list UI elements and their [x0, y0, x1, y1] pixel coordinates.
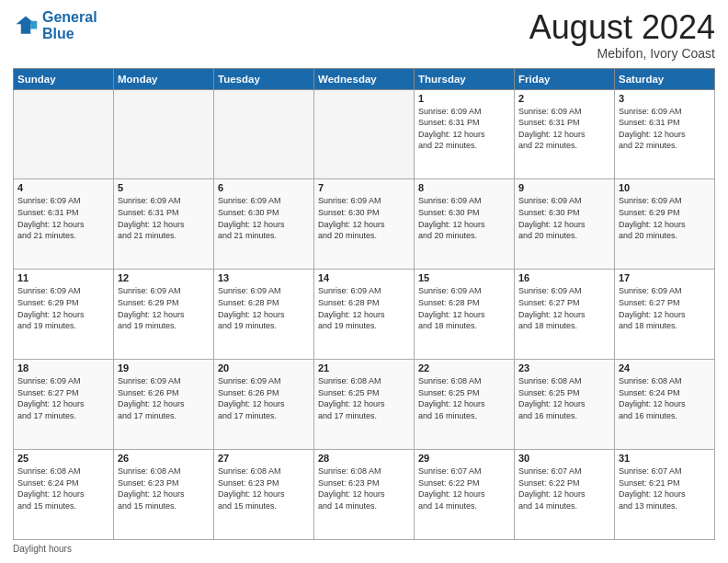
day-info: Sunrise: 6:09 AM Sunset: 6:31 PM Dayligh… — [518, 106, 610, 152]
calendar-cell: 28Sunrise: 6:08 AM Sunset: 6:23 PM Dayli… — [314, 450, 415, 540]
calendar-cell — [14, 89, 114, 179]
calendar-cell: 7Sunrise: 6:09 AM Sunset: 6:30 PM Daylig… — [314, 179, 415, 270]
day-info: Sunrise: 6:09 AM Sunset: 6:31 PM Dayligh… — [118, 195, 210, 241]
weekday-header-thursday: Thursday — [415, 68, 515, 89]
svg-marker-1 — [30, 20, 37, 29]
day-info: Sunrise: 6:09 AM Sunset: 6:29 PM Dayligh… — [118, 285, 210, 331]
day-info: Sunrise: 6:09 AM Sunset: 6:27 PM Dayligh… — [17, 375, 109, 421]
calendar-cell: 13Sunrise: 6:09 AM Sunset: 6:28 PM Dayli… — [214, 270, 314, 360]
calendar-cell: 2Sunrise: 6:09 AM Sunset: 6:31 PM Daylig… — [515, 89, 615, 179]
day-number: 8 — [418, 182, 510, 193]
calendar-cell: 15Sunrise: 6:09 AM Sunset: 6:28 PM Dayli… — [415, 270, 515, 360]
calendar-cell: 26Sunrise: 6:08 AM Sunset: 6:23 PM Dayli… — [114, 450, 214, 540]
day-number: 2 — [518, 93, 610, 104]
calendar-cell: 16Sunrise: 6:09 AM Sunset: 6:27 PM Dayli… — [515, 270, 615, 360]
calendar-cell: 8Sunrise: 6:09 AM Sunset: 6:30 PM Daylig… — [415, 179, 515, 270]
header: General Blue August 2024 Mebifon, Ivory … — [13, 9, 715, 61]
day-info: Sunrise: 6:08 AM Sunset: 6:24 PM Dayligh… — [17, 465, 109, 511]
day-info: Sunrise: 6:09 AM Sunset: 6:30 PM Dayligh… — [318, 195, 410, 241]
weekday-header-friday: Friday — [515, 68, 615, 89]
weekday-header-sunday: Sunday — [14, 68, 114, 89]
day-number: 19 — [118, 362, 210, 373]
calendar-cell: 31Sunrise: 6:07 AM Sunset: 6:21 PM Dayli… — [615, 450, 715, 540]
page: General Blue August 2024 Mebifon, Ivory … — [0, 0, 728, 563]
day-info: Sunrise: 6:09 AM Sunset: 6:28 PM Dayligh… — [218, 285, 310, 331]
calendar-cell: 9Sunrise: 6:09 AM Sunset: 6:30 PM Daylig… — [515, 179, 615, 270]
day-number: 9 — [518, 182, 610, 193]
calendar-cell: 17Sunrise: 6:09 AM Sunset: 6:27 PM Dayli… — [615, 270, 715, 360]
day-number: 4 — [17, 182, 109, 193]
month-title: August 2024 — [529, 9, 715, 46]
day-number: 23 — [518, 362, 610, 373]
calendar-table: SundayMondayTuesdayWednesdayThursdayFrid… — [13, 68, 715, 540]
day-number: 3 — [619, 93, 711, 104]
day-number: 31 — [619, 453, 711, 464]
day-info: Sunrise: 6:09 AM Sunset: 6:30 PM Dayligh… — [518, 195, 610, 241]
weekday-header-saturday: Saturday — [615, 68, 715, 89]
logo-icon — [13, 13, 39, 39]
calendar-cell: 29Sunrise: 6:07 AM Sunset: 6:22 PM Dayli… — [415, 450, 515, 540]
day-number: 6 — [218, 182, 310, 193]
day-number: 28 — [318, 453, 410, 464]
day-info: Sunrise: 6:09 AM Sunset: 6:26 PM Dayligh… — [118, 375, 210, 421]
day-number: 5 — [118, 182, 210, 193]
calendar-cell: 14Sunrise: 6:09 AM Sunset: 6:28 PM Dayli… — [314, 270, 415, 360]
day-number: 13 — [218, 272, 310, 283]
day-number: 12 — [118, 272, 210, 283]
week-row-3: 11Sunrise: 6:09 AM Sunset: 6:29 PM Dayli… — [14, 270, 715, 360]
day-info: Sunrise: 6:07 AM Sunset: 6:22 PM Dayligh… — [418, 465, 510, 511]
day-info: Sunrise: 6:09 AM Sunset: 6:27 PM Dayligh… — [619, 285, 711, 331]
day-info: Sunrise: 6:09 AM Sunset: 6:31 PM Dayligh… — [418, 106, 510, 152]
calendar-cell: 23Sunrise: 6:08 AM Sunset: 6:25 PM Dayli… — [515, 360, 615, 450]
day-info: Sunrise: 6:09 AM Sunset: 6:28 PM Dayligh… — [418, 285, 510, 331]
day-info: Sunrise: 6:08 AM Sunset: 6:23 PM Dayligh… — [318, 465, 410, 511]
day-info: Sunrise: 6:07 AM Sunset: 6:21 PM Dayligh… — [619, 465, 711, 511]
calendar-cell: 25Sunrise: 6:08 AM Sunset: 6:24 PM Dayli… — [14, 450, 114, 540]
day-info: Sunrise: 6:09 AM Sunset: 6:30 PM Dayligh… — [418, 195, 510, 241]
day-number: 25 — [17, 453, 109, 464]
day-info: Sunrise: 6:09 AM Sunset: 6:30 PM Dayligh… — [218, 195, 310, 241]
daylight-label: Daylight hours — [13, 544, 72, 554]
calendar-cell: 20Sunrise: 6:09 AM Sunset: 6:26 PM Dayli… — [214, 360, 314, 450]
day-number: 11 — [17, 272, 109, 283]
week-row-2: 4Sunrise: 6:09 AM Sunset: 6:31 PM Daylig… — [14, 179, 715, 270]
calendar-cell — [314, 89, 415, 179]
calendar-cell: 12Sunrise: 6:09 AM Sunset: 6:29 PM Dayli… — [114, 270, 214, 360]
day-number: 1 — [418, 93, 510, 104]
calendar-cell: 19Sunrise: 6:09 AM Sunset: 6:26 PM Dayli… — [114, 360, 214, 450]
calendar-cell: 10Sunrise: 6:09 AM Sunset: 6:29 PM Dayli… — [615, 179, 715, 270]
day-number: 24 — [619, 362, 711, 373]
day-info: Sunrise: 6:09 AM Sunset: 6:31 PM Dayligh… — [619, 106, 711, 152]
calendar-cell — [214, 89, 314, 179]
location: Mebifon, Ivory Coast — [529, 46, 715, 61]
day-info: Sunrise: 6:09 AM Sunset: 6:29 PM Dayligh… — [17, 285, 109, 331]
day-number: 14 — [318, 272, 410, 283]
calendar-cell: 6Sunrise: 6:09 AM Sunset: 6:30 PM Daylig… — [214, 179, 314, 270]
calendar-cell: 27Sunrise: 6:08 AM Sunset: 6:23 PM Dayli… — [214, 450, 314, 540]
calendar-cell: 21Sunrise: 6:08 AM Sunset: 6:25 PM Dayli… — [314, 360, 415, 450]
day-info: Sunrise: 6:09 AM Sunset: 6:31 PM Dayligh… — [17, 195, 109, 241]
day-info: Sunrise: 6:09 AM Sunset: 6:26 PM Dayligh… — [218, 375, 310, 421]
day-number: 10 — [619, 182, 711, 193]
day-info: Sunrise: 6:07 AM Sunset: 6:22 PM Dayligh… — [518, 465, 610, 511]
logo-text: General Blue — [42, 9, 97, 41]
day-number: 7 — [318, 182, 410, 193]
weekday-header-wednesday: Wednesday — [314, 68, 415, 89]
day-number: 26 — [118, 453, 210, 464]
day-number: 30 — [518, 453, 610, 464]
calendar-cell: 3Sunrise: 6:09 AM Sunset: 6:31 PM Daylig… — [615, 89, 715, 179]
calendar-cell: 1Sunrise: 6:09 AM Sunset: 6:31 PM Daylig… — [415, 89, 515, 179]
calendar-cell: 4Sunrise: 6:09 AM Sunset: 6:31 PM Daylig… — [14, 179, 114, 270]
day-number: 16 — [518, 272, 610, 283]
calendar-cell: 24Sunrise: 6:08 AM Sunset: 6:24 PM Dayli… — [615, 360, 715, 450]
day-number: 15 — [418, 272, 510, 283]
week-row-4: 18Sunrise: 6:09 AM Sunset: 6:27 PM Dayli… — [14, 360, 715, 450]
weekday-header-row: SundayMondayTuesdayWednesdayThursdayFrid… — [14, 68, 715, 89]
day-number: 20 — [218, 362, 310, 373]
day-number: 21 — [318, 362, 410, 373]
title-area: August 2024 Mebifon, Ivory Coast — [529, 9, 715, 61]
day-number: 27 — [218, 453, 310, 464]
day-info: Sunrise: 6:09 AM Sunset: 6:27 PM Dayligh… — [518, 285, 610, 331]
day-number: 17 — [619, 272, 711, 283]
calendar-cell: 11Sunrise: 6:09 AM Sunset: 6:29 PM Dayli… — [14, 270, 114, 360]
